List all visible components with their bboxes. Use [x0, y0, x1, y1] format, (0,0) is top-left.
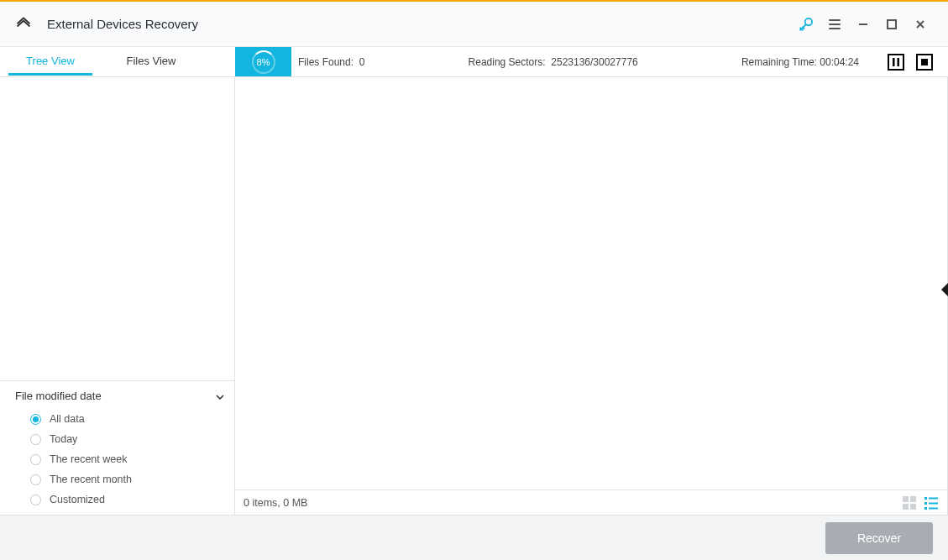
- svg-rect-11: [924, 502, 927, 505]
- svg-rect-7: [903, 504, 909, 510]
- scan-stats: Files Found: 0 Reading Sectors: 2523136/…: [291, 47, 888, 76]
- minimize-button[interactable]: [849, 10, 877, 39]
- filter-panel: File modified date All data Today The re…: [0, 380, 234, 515]
- filter-title: File modified date: [15, 390, 102, 402]
- status-text: 0 items, 0 MB: [244, 497, 902, 509]
- svg-rect-3: [898, 58, 900, 66]
- svg-rect-1: [888, 20, 896, 29]
- remaining-time-value: 00:04:24: [820, 56, 859, 68]
- footer: Recover: [0, 515, 948, 560]
- filter-option-label: All data: [50, 413, 85, 425]
- files-found-stat: Files Found: 0: [298, 56, 364, 68]
- list-view-icon[interactable]: [924, 495, 939, 510]
- filter-option-all-data[interactable]: All data: [30, 409, 224, 429]
- svg-rect-6: [910, 496, 916, 502]
- svg-rect-10: [929, 497, 938, 499]
- file-tree[interactable]: [0, 77, 234, 380]
- titlebar: External Devices Recovery: [0, 2, 948, 47]
- svg-rect-12: [929, 502, 938, 504]
- page-title: External Devices Recovery: [47, 17, 198, 31]
- radio-icon: [30, 434, 41, 445]
- chevron-down-icon: [216, 390, 224, 402]
- main-content: File modified date All data Today The re…: [0, 77, 948, 515]
- file-list[interactable]: [235, 77, 947, 489]
- sub-bar: Tree View Files View 8% Files Found: 0 R…: [0, 47, 948, 77]
- filter-option-recent-week[interactable]: The recent week: [30, 449, 224, 469]
- svg-rect-5: [903, 496, 909, 502]
- key-icon[interactable]: [792, 10, 820, 39]
- svg-rect-4: [921, 59, 928, 65]
- remaining-time-label: Remaining Time:: [741, 56, 817, 68]
- scan-progress: 8%: [235, 47, 291, 76]
- svg-rect-9: [924, 497, 927, 500]
- sidebar: File modified date All data Today The re…: [0, 77, 235, 515]
- radio-icon: [30, 454, 41, 465]
- svg-rect-8: [910, 504, 916, 510]
- content-pane: 0 items, 0 MB: [235, 77, 948, 515]
- files-found-label: Files Found:: [298, 56, 354, 68]
- status-bar: 0 items, 0 MB: [235, 489, 947, 515]
- filter-option-customized[interactable]: Customized: [30, 489, 224, 510]
- reading-sectors-stat: Reading Sectors: 2523136/30027776: [364, 56, 741, 68]
- radio-icon: [30, 414, 41, 425]
- reading-sectors-label: Reading Sectors:: [469, 56, 546, 68]
- spinner-icon: [252, 50, 275, 74]
- reading-sectors-value: 2523136/30027776: [551, 56, 637, 68]
- menu-icon[interactable]: [820, 10, 849, 39]
- recover-button[interactable]: Recover: [825, 522, 933, 554]
- pause-button[interactable]: [888, 54, 904, 71]
- grid-view-icon[interactable]: [902, 495, 917, 510]
- filter-option-label: Customized: [50, 494, 105, 505]
- scan-controls: [888, 47, 948, 76]
- stop-button[interactable]: [916, 54, 933, 71]
- filter-option-today[interactable]: Today: [30, 429, 224, 449]
- side-panel-handle[interactable]: [941, 283, 948, 296]
- filter-option-label: Today: [50, 433, 77, 445]
- view-tabs: Tree View Files View: [0, 47, 235, 76]
- svg-rect-2: [893, 58, 895, 66]
- tab-tree-view[interactable]: Tree View: [8, 47, 92, 76]
- remaining-time-stat: Remaining Time: 00:04:24: [741, 56, 859, 68]
- radio-icon: [30, 495, 41, 505]
- svg-rect-13: [924, 507, 927, 510]
- close-button[interactable]: [906, 10, 935, 39]
- radio-icon: [30, 474, 41, 485]
- filter-option-recent-month[interactable]: The recent month: [30, 469, 224, 489]
- svg-rect-14: [929, 507, 938, 509]
- filter-option-label: The recent week: [50, 453, 127, 465]
- files-found-value: 0: [359, 56, 365, 68]
- filter-header[interactable]: File modified date: [15, 390, 224, 402]
- filter-option-label: The recent month: [50, 474, 132, 485]
- maximize-button[interactable]: [877, 10, 906, 39]
- home-icon[interactable]: [15, 16, 32, 33]
- view-toggle: [902, 495, 939, 510]
- filter-options: All data Today The recent week The recen…: [15, 409, 224, 510]
- tab-files-view[interactable]: Files View: [109, 47, 193, 76]
